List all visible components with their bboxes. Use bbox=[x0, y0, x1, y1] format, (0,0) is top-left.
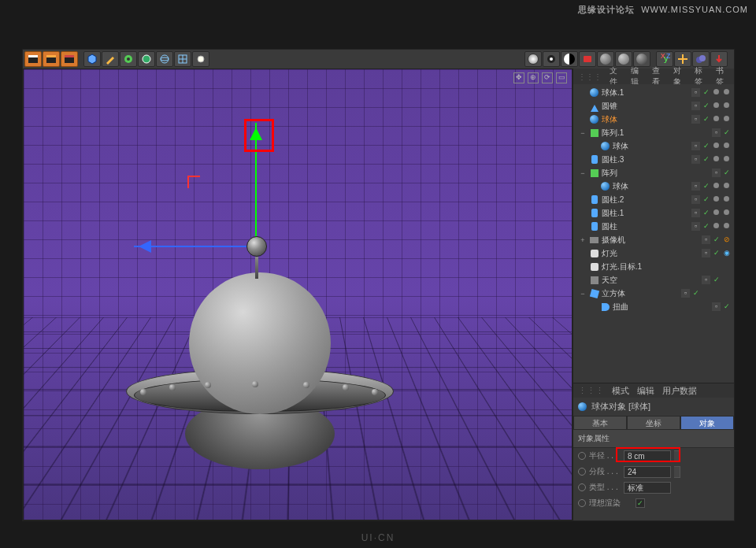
svg-rect-2 bbox=[46, 57, 56, 63]
attr-row[interactable]: 理想渲染✓ bbox=[573, 495, 734, 511]
svg-point-6 bbox=[127, 57, 130, 61]
watermark: 思缘设计论坛WWW.MISSYUAN.COM bbox=[578, 3, 748, 16]
down-arrow-icon[interactable] bbox=[710, 51, 728, 67]
aperture-icon[interactable] bbox=[543, 51, 560, 67]
axis-icon[interactable]: xyz bbox=[656, 51, 673, 67]
attr-row[interactable]: 半径 . . .8 cm bbox=[573, 448, 734, 464]
tree-row[interactable]: 圆柱▫✓ bbox=[573, 220, 734, 233]
svg-point-9 bbox=[161, 57, 169, 61]
tree-row[interactable]: 球体.1▫✓ bbox=[573, 86, 734, 99]
attr-subtabs[interactable]: 基本 坐标 对象 bbox=[573, 416, 734, 430]
attributes-panel: ⋮⋮⋮ 模式编辑用户数据 球体对象 [球体] 基本 坐标 对象 对象属性 半径 … bbox=[573, 383, 734, 520]
tree-row[interactable]: 天空▫✓ bbox=[573, 273, 734, 287]
viewport-nav-icons[interactable]: ✥⊕⟳▭ bbox=[513, 72, 567, 83]
svg-rect-1 bbox=[28, 55, 38, 57]
tree-row[interactable]: 圆柱.2▫✓ bbox=[573, 193, 734, 206]
tab-object[interactable]: 对象 bbox=[680, 416, 734, 430]
cube-tool-icon[interactable] bbox=[83, 51, 101, 67]
right-panel: ⋮⋮⋮ 文件编辑查看对象标签书签 球体.1▫✓圆锥▫✓球体▫✓−阵列.1▫✓球体… bbox=[573, 68, 734, 520]
object-tree[interactable]: 球体.1▫✓圆锥▫✓球体▫✓−阵列.1▫✓球体▫✓圆柱.3▫✓−阵列▫✓球体▫✓… bbox=[573, 84, 734, 383]
antenna bbox=[255, 257, 258, 279]
svg-point-15 bbox=[550, 57, 553, 61]
svg-point-7 bbox=[143, 55, 150, 63]
tree-row[interactable]: 灯光.目标.1 bbox=[573, 260, 734, 273]
tree-row[interactable]: 球体▫✓ bbox=[573, 113, 734, 126]
main-toolbar: xyz bbox=[23, 50, 734, 68]
target-icon[interactable] bbox=[524, 51, 542, 67]
attr-panel-tabs[interactable]: ⋮⋮⋮ 模式编辑用户数据 bbox=[573, 383, 734, 398]
gizmo-plane[interactable] bbox=[187, 176, 200, 188]
light-tool-icon[interactable] bbox=[192, 51, 209, 67]
svg-point-8 bbox=[161, 55, 169, 63]
svg-point-21 bbox=[699, 55, 706, 61]
tree-row[interactable]: 球体▫✓ bbox=[573, 180, 734, 193]
tree-row[interactable]: 圆柱.1▫✓ bbox=[573, 206, 734, 220]
clapper2-icon[interactable] bbox=[43, 51, 60, 67]
attr-row[interactable]: 类型 . . .标准 bbox=[573, 480, 734, 495]
tree-row[interactable]: 圆柱.3▫✓ bbox=[573, 153, 734, 166]
spheres-icon[interactable] bbox=[692, 51, 710, 67]
grid-icon[interactable] bbox=[174, 51, 191, 67]
highlight-box-arrow bbox=[244, 119, 274, 152]
x-axis-arrow[interactable] bbox=[134, 246, 256, 247]
attr-section-header: 对象属性 bbox=[573, 430, 734, 448]
record-icon[interactable] bbox=[579, 51, 596, 67]
move-all-icon[interactable] bbox=[674, 51, 691, 67]
tab-coord[interactable]: 坐标 bbox=[627, 416, 680, 430]
shade1-icon[interactable] bbox=[597, 51, 614, 67]
svg-rect-3 bbox=[65, 57, 74, 63]
small-sphere[interactable] bbox=[246, 236, 267, 257]
svg-rect-4 bbox=[65, 55, 74, 57]
gear-icon[interactable] bbox=[120, 51, 137, 67]
shade2-icon[interactable] bbox=[615, 51, 632, 67]
footer-logo: UI·CN bbox=[361, 532, 395, 543]
ufo-model[interactable] bbox=[126, 272, 394, 461]
attr-object-title: 球体对象 [球体] bbox=[573, 398, 734, 416]
svg-rect-0 bbox=[28, 57, 38, 63]
app-window: xyz ✥⊕⟳▭ ⋮⋮⋮ bbox=[22, 49, 735, 521]
tree-row[interactable]: 扭曲▫✓ bbox=[573, 300, 734, 313]
attr-row[interactable]: 分段 . . .24 bbox=[573, 464, 734, 480]
tree-row[interactable]: +摄像机▫✓⊘ bbox=[573, 233, 734, 246]
object-panel-tabs[interactable]: ⋮⋮⋮ 文件编辑查看对象标签书签 bbox=[573, 68, 734, 84]
deformer-icon[interactable] bbox=[138, 51, 155, 67]
viewport[interactable]: ✥⊕⟳▭ bbox=[23, 68, 573, 520]
tree-row[interactable]: −阵列.1▫✓ bbox=[573, 126, 734, 139]
tree-row[interactable]: 圆锥▫✓ bbox=[573, 99, 734, 113]
clapper-icon[interactable] bbox=[24, 51, 42, 67]
tree-row[interactable]: −阵列▫✓ bbox=[573, 166, 734, 180]
tree-row[interactable]: −立方体▫✓ bbox=[573, 287, 734, 300]
clapper3-icon[interactable] bbox=[61, 51, 78, 67]
sphere-wire-icon[interactable] bbox=[156, 51, 173, 67]
tree-row[interactable]: 灯光▫✓◉ bbox=[573, 246, 734, 260]
shade3-icon[interactable] bbox=[633, 51, 650, 67]
tree-row[interactable]: 球体▫✓ bbox=[573, 139, 734, 153]
svg-text:z: z bbox=[666, 54, 670, 60]
svg-rect-16 bbox=[584, 56, 591, 62]
tab-basic[interactable]: 基本 bbox=[573, 416, 627, 430]
pen-tool-icon[interactable] bbox=[102, 51, 119, 67]
svg-point-13 bbox=[198, 56, 204, 62]
contrast-icon[interactable] bbox=[561, 51, 578, 67]
